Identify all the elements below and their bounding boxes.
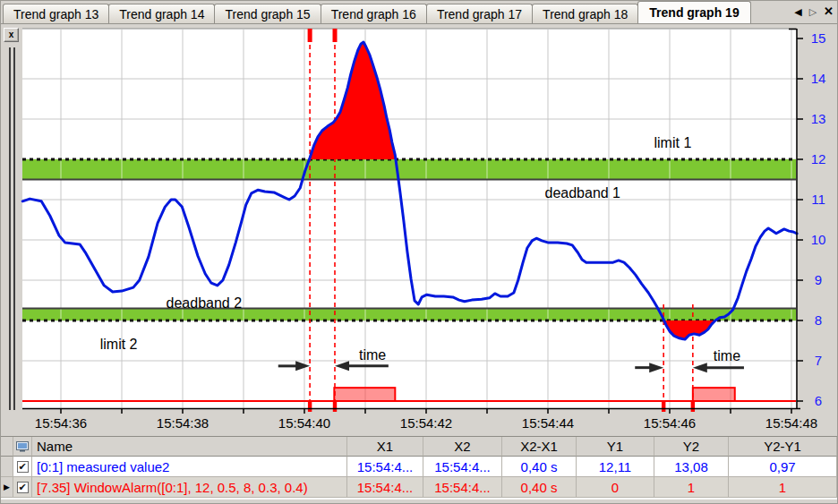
chart-annotation: limit 1 (654, 135, 692, 150)
scroll-tabs-right-button[interactable]: ▷ (809, 5, 817, 18)
value-y2: 13,08 (654, 457, 729, 477)
cursor-bottom-handle[interactable] (333, 402, 337, 412)
chart-annotation: time (359, 347, 386, 363)
scroll-tabs-left-button[interactable]: ◀ (794, 5, 801, 18)
bottom-strip (1, 499, 837, 503)
value-y1: 12,11 (577, 457, 654, 477)
value-x2-x1: 0,40 s (502, 477, 577, 498)
alarm-pulse (334, 388, 395, 401)
y-axis-label: 14 (811, 71, 826, 86)
y-axis-label: 8 (815, 312, 822, 328)
trend-chart[interactable]: limit 1deadband 1deadband 2limit 2timeti… (1, 24, 838, 436)
col-header-y2-y1: Y2-Y1 (729, 437, 837, 457)
tab-trend-graph-19[interactable]: Trend graph 19 (637, 1, 750, 23)
y-axis-label: 6 (815, 393, 822, 408)
cursor-bottom-handle[interactable] (662, 402, 665, 412)
y-axis-label: 13 (811, 111, 826, 126)
x-axis-label: 15:54:46 (644, 415, 696, 431)
x-axis-label: 15:54:40 (278, 415, 330, 431)
value-y2-y1: 1 (729, 477, 837, 498)
value-x1: 15:54:4... (347, 477, 423, 498)
cursor-bottom-handle[interactable] (308, 402, 312, 412)
table-row[interactable]: ▶ ✔ [7.35] WindowAlarm([0:1], 12, 0.5, 8… (1, 477, 837, 498)
variable-name: [7.35] WindowAlarm([0:1], 12, 0.5, 8, 0.… (32, 477, 347, 498)
variable-table: Name X1 X2 X2-X1 Y1 Y2 Y2-Y1 ✔ [0:1] mea… (1, 436, 837, 499)
chart-annotation: deadband 2 (167, 295, 243, 311)
value-y2-y1: 0,97 (729, 457, 837, 477)
tab-label: Trend graph 16 (331, 7, 416, 21)
visibility-checkbox[interactable]: ✔ (17, 461, 29, 473)
tab-trend-graph-17[interactable]: Trend graph 17 (426, 4, 533, 23)
col-header-x1: X1 (347, 437, 423, 457)
tab-trend-graph-13[interactable]: Trend graph 13 (3, 4, 109, 23)
value-y2: 1 (654, 477, 729, 498)
visibility-checkbox[interactable]: ✔ (17, 482, 29, 493)
alarm-pulse (693, 388, 735, 401)
tab-bar: Trend graph 13 Trend graph 14 Trend grap… (1, 1, 837, 24)
value-y1: 0 (577, 477, 654, 498)
header-indicator-cell (1, 437, 13, 457)
tab-label: Trend graph 13 (13, 7, 98, 21)
col-header-name: Name (32, 437, 347, 457)
tab-label: Trend graph 17 (437, 7, 522, 21)
plot-background (22, 29, 796, 408)
chart-annotation: limit 2 (100, 337, 138, 352)
tab-trend-graph-16[interactable]: Trend graph 16 (321, 4, 427, 23)
deadband-strip (22, 159, 796, 180)
col-header-y2: Y2 (654, 437, 729, 457)
tab-trend-graph-14[interactable]: Trend graph 14 (108, 4, 215, 23)
tab-trend-graph-18[interactable]: Trend graph 18 (532, 4, 638, 23)
col-header-x2-x1: X2-X1 (502, 437, 577, 457)
variable-name: [0:1] measured value2 (32, 457, 347, 477)
col-header-x2: X2 (423, 437, 502, 457)
y-axis-label: 9 (815, 272, 822, 287)
row-indicator-cell (1, 457, 13, 477)
y-axis-label: 15 (811, 30, 826, 46)
x-axis-label: 15:54:48 (765, 415, 817, 431)
deadband-strip (22, 309, 796, 321)
y-axis-label: 7 (815, 353, 822, 368)
y-axis-label: 11 (811, 192, 825, 207)
chart-annotation: deadband 1 (544, 185, 620, 201)
table-row[interactable]: ✔ [0:1] measured value2 15:54:4... 15:54… (1, 457, 837, 477)
tab-trend-graph-15[interactable]: Trend graph 15 (214, 4, 321, 23)
x-axis-label: 15:54:42 (400, 415, 452, 431)
cursor-top-handle[interactable] (333, 29, 338, 42)
table-header-row: Name X1 X2 X2-X1 Y1 Y2 Y2-Y1 (1, 437, 837, 457)
y-axis-label: 12 (811, 151, 826, 167)
visibility-cell: ✔ (13, 457, 32, 477)
tab-label: Trend graph 15 (225, 7, 310, 21)
display-icon (16, 441, 29, 452)
value-x2: 15:54:4... (423, 477, 502, 498)
cursor-top-handle[interactable] (308, 29, 312, 42)
value-x2: 15:54:4... (423, 457, 502, 477)
row-selected-marker: ▶ (1, 477, 13, 498)
vertical-splitter[interactable] (9, 47, 15, 410)
x-axis-label: 15:54:36 (35, 415, 87, 431)
x-axis-label: 15:54:38 (157, 415, 209, 431)
close-tab-button[interactable]: ✕ (824, 5, 834, 18)
tab-label: Trend graph 19 (649, 5, 739, 20)
y-axis-label: 10 (811, 232, 826, 247)
cursor-bottom-handle[interactable] (691, 402, 695, 412)
chart-pane: x limit 1deadband 1deadband 2limit 2time… (1, 24, 837, 436)
value-x2-x1: 0,40 s (502, 457, 577, 477)
pane-close-button[interactable]: x (4, 28, 19, 42)
tab-label: Trend graph 14 (119, 7, 204, 21)
col-header-y1: Y1 (577, 437, 654, 457)
value-x1: 15:54:4... (347, 457, 423, 477)
tab-label: Trend graph 18 (543, 7, 628, 21)
chart-annotation: time (714, 348, 740, 363)
tab-scroll-controls: ◀ ▷ ✕ (794, 5, 834, 18)
header-visible-cell (13, 437, 32, 457)
visibility-cell: ✔ (13, 477, 32, 498)
x-axis-label: 15:54:44 (522, 415, 574, 431)
trend-tool-window: Trend graph 13 Trend graph 14 Trend grap… (0, 0, 838, 504)
